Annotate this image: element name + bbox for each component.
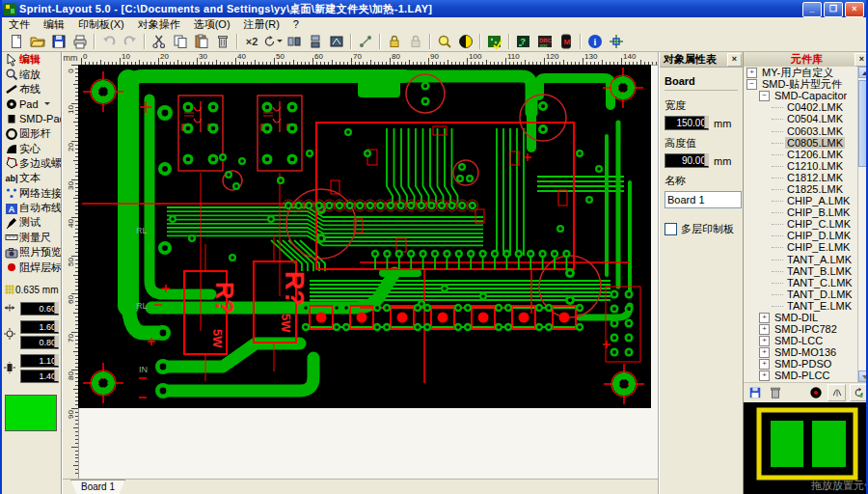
tree-item-c1206-lmk[interactable]: C1206.LMK: [744, 149, 859, 160]
tree-item-chip-e-lmk[interactable]: CHIP_E.LMK: [744, 241, 859, 253]
grid-setting[interactable]: 0.635 mm: [2, 284, 61, 297]
unlock-button[interactable]: [405, 31, 426, 51]
spinner[interactable]: [54, 320, 59, 332]
scroll-thumb[interactable]: [858, 80, 868, 167]
multilayer-checkbox[interactable]: [665, 223, 677, 235]
tree-item-smd-mo136[interactable]: +SMD-MO136: [744, 346, 859, 358]
tree-item-chip-c-lmk[interactable]: CHIP_C.LMK: [744, 218, 859, 230]
expand-icon[interactable]: +: [759, 313, 770, 323]
tree-item-tant-e-lmk[interactable]: TANT_E.LMK: [744, 300, 859, 312]
tree-item-smd-ipc782[interactable]: +SMD-IPC782: [744, 323, 859, 335]
tool-edit[interactable]: 编辑: [2, 52, 61, 67]
drc-button[interactable]: DRCoox: [534, 31, 556, 51]
rotate-component-button[interactable]: 2: [850, 384, 868, 401]
tool-smd-pad[interactable]: SMD-Pad: [2, 112, 61, 126]
board-width-field[interactable]: 150.00: [665, 116, 709, 130]
open-button[interactable]: [27, 31, 48, 51]
ratsnest-button[interactable]: [355, 31, 376, 51]
scroll-up-icon[interactable]: [858, 67, 868, 78]
tree-item-c0805-lmk[interactable]: C0805.LMK: [744, 137, 859, 149]
layer-color-swatch[interactable]: [5, 395, 57, 431]
footprint-wizard-button[interactable]: ?: [513, 31, 534, 51]
collapse-icon[interactable]: −: [746, 79, 757, 90]
tree-item-smd-lcc[interactable]: +SMD-LCC: [744, 335, 859, 346]
tool-autoroute[interactable]: A自动布线: [2, 201, 61, 215]
tool-test[interactable]: 测试: [2, 215, 61, 230]
tool-solder-mask[interactable]: 阻焊层标记: [2, 260, 61, 274]
lock-button[interactable]: [384, 31, 405, 51]
tree-item-smd-pdso[interactable]: +SMD-PDSO: [744, 358, 859, 370]
mirror-horizontal-button[interactable]: [284, 31, 305, 51]
tree-item-chip-b-lmk[interactable]: CHIP_B.LMK: [744, 206, 859, 218]
flip-board-button[interactable]: [326, 31, 347, 51]
save-button[interactable]: [48, 31, 69, 51]
cut-button[interactable]: [149, 31, 170, 51]
save-component-button[interactable]: [746, 385, 763, 400]
tool-text[interactable]: ab|文本: [2, 171, 61, 185]
tree-item-chip-a-lmk[interactable]: CHIP_A.LMK: [744, 195, 859, 206]
tool-pad[interactable]: Pad: [2, 96, 61, 111]
tree-item-c0603-lmk[interactable]: C0603.LMK: [744, 124, 859, 136]
tool-polygon[interactable]: 多边或螺旋: [2, 156, 61, 171]
spinner[interactable]: [54, 354, 59, 366]
delete-button[interactable]: [212, 31, 233, 51]
menu-item-4[interactable]: 选项(O): [187, 17, 237, 32]
expand-icon[interactable]: +: [759, 370, 770, 381]
tool-zoom[interactable]: 缩放: [2, 67, 61, 81]
tree-item-smd-dil[interactable]: +SMD-DIL: [744, 312, 859, 323]
tree-item-tant-c-lmk[interactable]: TANT_C.LMK: [744, 277, 859, 288]
tree-item-chip-d-lmk[interactable]: CHIP_D.LMK: [744, 230, 859, 241]
menu-item-6[interactable]: ?: [286, 18, 306, 30]
menu-item-0[interactable]: 文件: [2, 17, 37, 32]
tool-photoview[interactable]: 照片预览: [2, 245, 61, 260]
scale-x2-button[interactable]: ×2: [241, 31, 262, 51]
pcb-board-drawing[interactable]: R? 5W R? 5W RL RL IN: [78, 65, 651, 408]
menu-item-3[interactable]: 对象操作: [131, 17, 187, 32]
spinner[interactable]: [54, 370, 59, 381]
tree-item-smd-capacitor[interactable]: −SMD-Capacitor: [744, 90, 859, 101]
component-preview[interactable]: 拖放放置元件: [744, 402, 868, 494]
pad-drill-field[interactable]: 0.80: [20, 336, 59, 349]
dropdown-arrow-icon[interactable]: [277, 40, 283, 42]
undo-button[interactable]: [98, 31, 120, 51]
pad-outer-field[interactable]: 1.60: [20, 320, 59, 334]
paste-button[interactable]: [191, 31, 212, 51]
tool-measure[interactable]: 测量尺: [2, 231, 61, 245]
redo-button[interactable]: [120, 31, 141, 51]
tool-connections[interactable]: 网络连接线: [2, 186, 61, 201]
tree-item-c1210-lmk[interactable]: C1210.LMK: [744, 160, 859, 172]
collapse-icon[interactable]: −: [759, 91, 770, 101]
restore-button[interactable]: ❐: [824, 2, 843, 17]
spinner[interactable]: [704, 116, 709, 128]
spinner[interactable]: [704, 153, 709, 166]
zoom-button[interactable]: [434, 31, 455, 51]
menu-item-1[interactable]: 编辑: [37, 17, 71, 32]
tree-item-tant-d-lmk[interactable]: TANT_D.LMK: [744, 288, 859, 300]
origin-button[interactable]: [606, 31, 627, 51]
expand-icon[interactable]: +: [759, 359, 770, 370]
copy-button[interactable]: [170, 31, 191, 51]
solder-mask-button[interactable]: M: [556, 31, 577, 51]
smd-width-field[interactable]: 1.10: [20, 354, 59, 368]
contrast-button[interactable]: [455, 31, 476, 51]
close-button[interactable]: ×: [845, 2, 864, 17]
tab-board1[interactable]: Board 1: [70, 480, 125, 494]
preview-background-toggle[interactable]: [807, 385, 824, 400]
tree-item-tant-a-lmk[interactable]: TANT_A.LMK: [744, 254, 859, 265]
tree-item-smd-[interactable]: −SMD-贴片型元件: [744, 78, 859, 90]
title-bar[interactable]: Sprint-Layout 5.0 - [C:\Documents and Se…: [2, 0, 866, 17]
pcb-canvas[interactable]: mm 0102030405060708090100110120130140 01…: [62, 52, 659, 494]
tree-item-smd-plcc[interactable]: +SMD-PLCC: [744, 370, 859, 381]
dropdown-arrow-icon[interactable]: [44, 102, 50, 105]
tree-item-c1812-lmk[interactable]: C1812.LMK: [744, 172, 859, 183]
board-name-input[interactable]: [665, 191, 742, 208]
smd-height-field[interactable]: 1.40: [20, 370, 59, 383]
tree-item-c0402-lmk[interactable]: C0402.LMK: [744, 101, 859, 113]
tool-circle[interactable]: 圆形杆: [2, 126, 61, 141]
library-scrollbar[interactable]: [857, 67, 868, 382]
print-button[interactable]: [69, 31, 91, 51]
expand-icon[interactable]: +: [746, 68, 757, 78]
spinner[interactable]: [54, 336, 59, 347]
tree-item-c1825-lmk[interactable]: C1825.LMK: [744, 183, 859, 195]
expand-icon[interactable]: +: [759, 324, 770, 335]
